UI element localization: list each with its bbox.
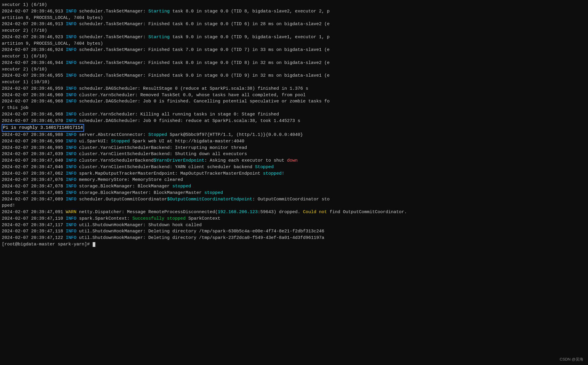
log-part: task 9.0 in stage 0.0 (TID 9, bigdata-sl… (170, 35, 330, 40)
log-part: : OutputCommitCoordinator sto (252, 197, 330, 202)
log-part: Stopped (255, 165, 274, 170)
terminal-line: xecutor 1) (10/10) (2, 79, 586, 86)
log-part: 2024-02-07 20:39:47,062 (2, 171, 66, 176)
terminal-line: 2024-02-07 20:39:47,046 INFO cluster.Yar… (2, 164, 586, 171)
log-part: INFO (66, 60, 76, 65)
log-part: spark.SparkContext: (76, 216, 132, 221)
log-part: 2024-02-07 20:39:47,085 (2, 190, 66, 195)
log-part: 2024-02-07 20:39:46,924 (2, 47, 66, 52)
log-part: cluster.YarnClientSchedulerBackend: Inte… (76, 145, 247, 150)
log-part: 2024-02-07 20:39:46,944 (2, 60, 66, 65)
terminal-line: 2024-02-07 20:39:47,122 INFO util.Shutdo… (2, 235, 586, 241)
log-part: INFO (66, 118, 76, 123)
log-part: task 8.0 in stage 0.0 (TID 8, bigdata-sl… (170, 9, 330, 14)
log-part: scheduler.DAGScheduler: Job 0 finished: … (76, 118, 300, 123)
log-part: stopped (172, 184, 191, 189)
cursor (93, 242, 95, 247)
log-part: util.ShutdownHookManager: Deleting direc… (76, 235, 324, 240)
log-part: server.AbstractConnector: (76, 132, 148, 137)
log-part: 2024-02-07 20:39:46,990 (2, 139, 66, 144)
log-part: INFO (66, 229, 76, 234)
log-part: 2024-02-07 20:39:47,089 (2, 197, 66, 202)
log-part: scheduler.TaskSetManager: (76, 35, 148, 40)
log-part: INFO (66, 35, 76, 40)
log-part: INFO (66, 190, 76, 195)
log-part: netty.Dispatcher: Message RemoteProcessD… (76, 210, 218, 215)
terminal-line: 2024-02-07 20:39:46,988 INFO server.Abst… (2, 132, 586, 138)
log-part: 2024-02-07 20:39:47,110 (2, 216, 66, 221)
shell-prompt: [root@bigdata-master spark-yarn]# (2, 242, 92, 247)
terminal-line: r this job (2, 105, 586, 111)
log-part: 2024-02-07 20:39:46,968 (2, 99, 66, 104)
terminal-line: 2024-02-07 20:39:47,040 INFO cluster.Yar… (2, 157, 586, 164)
terminal-line: 2024-02-07 20:39:46,995 INFO cluster.Yar… (2, 145, 586, 151)
log-part: INFO (66, 86, 76, 91)
terminal-line: 2024-02-07 20:39:47,085 INFO storage.Blo… (2, 190, 586, 196)
terminal-line: 2024-02-07 20:39:47,110 INFO spark.Spark… (2, 216, 586, 222)
log-part: : Asking each executor to shut (204, 158, 287, 163)
log-part: $YarnDriverEndpoint (154, 158, 204, 163)
terminal-line: [root@bigdata-master spark-yarn]# (2, 241, 586, 248)
log-part: storage.BlockManager: BlockManager (76, 184, 172, 189)
log-part: INFO (66, 9, 76, 14)
log-part: 2024-02-07 20:39:47,076 (2, 177, 66, 182)
log-part: 2024-02-07 20:39:46,955 (2, 73, 66, 78)
log-part: stopped! (263, 171, 284, 176)
log-part: Successfully stopped (132, 216, 186, 221)
log-part: down (287, 158, 298, 163)
terminal-line: 2024-02-07 20:39:47,078 INFO storage.Blo… (2, 183, 586, 190)
log-part: INFO (66, 216, 76, 221)
log-part: INFO (66, 235, 76, 240)
terminal-line: 2024-02-07 20:39:47,091 WARN netty.Dispa… (2, 209, 586, 216)
log-part: INFO (66, 165, 76, 170)
terminal-line: 2024-02-07 20:39:46,955 INFO scheduler.T… (2, 73, 586, 79)
log-part: cluster.YarnClientSchedulerBackend: YARN… (76, 165, 255, 170)
log-part: INFO (66, 223, 76, 228)
log-part: cluster.YarnScheduler: Removed TaskSet 0… (76, 93, 306, 98)
terminal-line: pped! (2, 202, 586, 209)
terminal-line: 2024-02-07 20:39:46,923 INFO scheduler.T… (2, 34, 586, 41)
log-part: memory.MemoryStore: MemoryStore cleared (76, 177, 183, 182)
log-part: 2024-02-07 20:39:47,039 (2, 152, 66, 157)
log-part: Stopped (111, 139, 130, 144)
terminal-line: 2024-02-07 20:39:47,062 INFO spark.MapOu… (2, 171, 586, 177)
log-part: util.ShutdownHookManager: Deleting direc… (76, 229, 324, 234)
log-part: INFO (66, 73, 76, 78)
terminal-line: 2024-02-07 20:39:47,076 INFO memory.Memo… (2, 177, 586, 183)
terminal-line: 2024-02-07 20:39:46,913 INFO scheduler.T… (2, 21, 586, 28)
log-part: INFO (66, 197, 76, 202)
terminal-line: 2024-02-07 20:39:46,959 INFO scheduler.D… (2, 86, 586, 92)
log-part: 2024-02-07 20:39:46,960 (2, 93, 66, 98)
log-part: WARN (66, 210, 76, 215)
log-part: Could not (303, 210, 327, 215)
log-part: storage.BlockManagerMaster: BlockManager… (76, 190, 204, 195)
terminal-line: 2024-02-07 20:39:46,968 INFO cluster.Yar… (2, 111, 586, 118)
terminal-line: 2024-02-07 20:39:47,089 INFO scheduler.O… (2, 196, 586, 203)
terminal-line: 2024-02-07 20:39:46,944 INFO scheduler.T… (2, 60, 586, 66)
log-part: INFO (66, 22, 76, 27)
log-part: 2024-02-07 20:39:47,078 (2, 184, 66, 189)
terminal-line: artition 9, PROCESS_LOCAL, 7404 bytes) (2, 41, 586, 47)
log-part: :59643) dropped. (258, 210, 303, 215)
log-part: Starting (148, 35, 170, 40)
log-part: 2024-02-07 20:39:47,091 (2, 210, 66, 215)
log-part: cluster.YarnSchedulerBackend (76, 158, 154, 163)
terminal-line: artition 8, PROCESS_LOCAL, 7404 bytes) (2, 15, 586, 21)
log-part: scheduler.TaskSetManager: (76, 9, 148, 14)
log-part: INFO (66, 158, 76, 163)
log-part: INFO (66, 145, 76, 150)
log-part: scheduler.DAGScheduler: ResultStage 0 (r… (76, 86, 308, 91)
log-part: INFO (66, 112, 76, 117)
log-part: 2024-02-07 20:39:46,959 (2, 86, 66, 91)
log-part: scheduler.DAGScheduler: Job 0 is finishe… (76, 99, 330, 104)
log-part: INFO (66, 47, 76, 52)
log-part: 2024-02-07 20:39:47,040 (2, 158, 66, 163)
log-part: INFO (66, 132, 76, 137)
terminal-line: xecutor 1) (8/10) (2, 53, 586, 60)
log-part: cluster.YarnClientSchedulerBackend: Shut… (76, 152, 247, 157)
log-part: scheduler.TaskSetManager: Finished task … (76, 47, 330, 52)
log-part: 2024-02-07 20:39:47,117 (2, 223, 66, 228)
log-part: INFO (66, 152, 76, 157)
terminal-line: 2024-02-07 20:39:46,924 INFO scheduler.T… (2, 47, 586, 53)
log-part: stopped (204, 190, 223, 195)
